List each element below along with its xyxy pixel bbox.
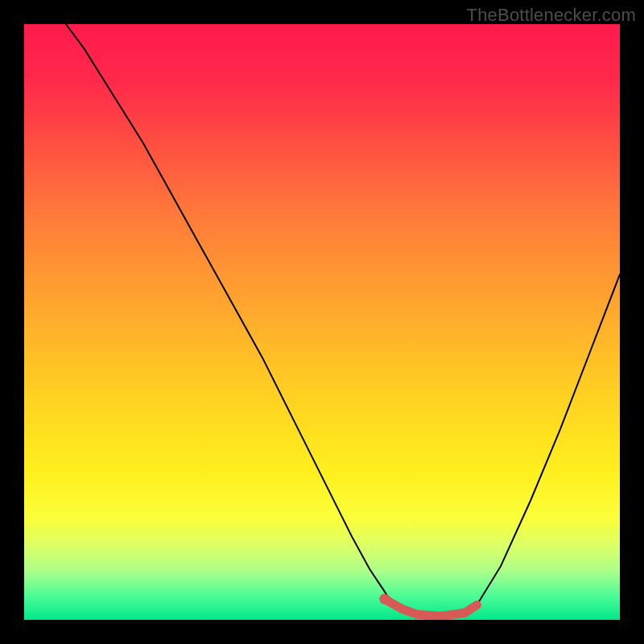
curve-svg (24, 24, 620, 620)
chart-frame: TheBottlenecker.com (0, 0, 644, 644)
highlight-segment (385, 599, 477, 616)
right-curve-path (477, 275, 620, 605)
left-curve-path (66, 24, 477, 617)
highlight-start-dot (379, 594, 390, 605)
watermark-text: TheBottlenecker.com (467, 5, 636, 26)
plot-area (24, 24, 620, 620)
